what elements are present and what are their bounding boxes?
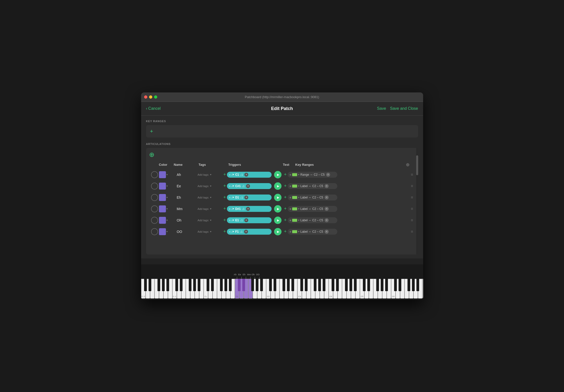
black-piano-key[interactable] [291,279,294,291]
color-swatch[interactable] [159,194,166,201]
add-keyrange-button[interactable]: + [284,172,287,177]
keyrange-remove-button[interactable]: × [325,230,329,234]
save-close-button[interactable]: Save and Close [390,106,418,111]
color-swatch[interactable] [159,217,166,224]
black-piano-key[interactable] [407,279,410,291]
black-piano-key[interactable] [260,279,263,291]
tags-dropdown[interactable]: ▾ [210,230,211,233]
row-checkbox[interactable] [151,171,158,178]
black-piano-key[interactable] [198,279,200,291]
black-piano-key[interactable] [376,279,379,291]
black-piano-key[interactable] [256,279,258,291]
black-piano-key[interactable] [399,279,401,291]
trigger-menu-icon[interactable]: ≡ [229,207,230,210]
black-piano-key[interactable] [224,279,227,291]
add-keyrange-button[interactable]: + [284,218,287,223]
black-piano-key[interactable] [157,279,160,291]
keyrange-remove-button[interactable]: × [325,218,329,222]
black-piano-key[interactable] [345,279,348,291]
color-dropdown-arrow[interactable]: ▾ [166,196,168,199]
black-piano-key[interactable] [282,279,285,291]
test-play-button[interactable]: ▶ [274,182,282,190]
scrollbar-track[interactable] [416,148,418,254]
row-checkbox[interactable] [151,205,158,212]
trigger-menu-icon[interactable]: ≡ [229,185,230,188]
black-piano-key[interactable] [412,279,415,291]
black-piano-key[interactable] [385,279,388,291]
trigger-remove-button[interactable]: × [244,218,248,222]
black-piano-key[interactable] [314,279,316,291]
drag-handle[interactable]: ≡ [411,172,413,177]
color-swatch[interactable] [159,171,166,178]
keyrange-menu-icon[interactable]: ≡ [290,219,291,222]
color-swatch[interactable] [159,205,166,212]
tags-dropdown[interactable]: ▾ [210,173,211,176]
black-piano-key[interactable] [242,279,245,291]
row-checkbox[interactable] [151,183,158,190]
color-swatch[interactable] [159,228,166,235]
black-piano-key[interactable] [180,279,183,291]
save-button[interactable]: Save [377,106,386,111]
color-dropdown-arrow[interactable]: ▾ [166,185,168,187]
piano-keys[interactable]: C₋2C₋1C₀C1C2C3C4C5C6C7C8 [141,279,423,300]
add-trigger-button[interactable]: + [223,218,226,223]
trigger-remove-button[interactable]: × [244,230,248,234]
black-piano-key[interactable] [211,279,214,291]
black-piano-key[interactable] [394,279,397,291]
cancel-button[interactable]: ‹ Cancel [146,106,214,111]
drag-handle[interactable]: ≡ [411,207,413,211]
keyrange-menu-icon[interactable]: ≡ [290,173,291,176]
trigger-menu-icon[interactable]: ≡ [229,230,230,233]
keyrange-dropdown-arrow[interactable]: ▾ [298,173,299,176]
tags-dropdown[interactable]: ▾ [210,207,211,210]
drag-handle[interactable]: ≡ [411,229,413,234]
keyrange-dropdown-arrow[interactable]: ▾ [298,185,299,187]
black-piano-key[interactable] [416,279,419,291]
trigger-menu-icon[interactable]: ≡ [229,173,230,176]
add-keyrange-button[interactable]: + [284,183,287,189]
keyrange-remove-button[interactable]: × [325,196,329,199]
black-piano-key[interactable] [251,279,254,291]
trigger-remove-button[interactable]: × [246,207,250,211]
keyrange-menu-icon[interactable]: ≡ [290,196,291,199]
drag-handle[interactable]: ≡ [411,184,413,188]
tags-dropdown[interactable]: ▾ [210,196,211,199]
color-swatch[interactable] [159,183,166,190]
black-piano-key[interactable] [269,279,272,291]
add-trigger-button[interactable]: + [223,206,226,211]
tags-dropdown[interactable]: ▾ [210,185,211,187]
black-piano-key[interactable] [274,279,276,291]
trigger-menu-icon[interactable]: ≡ [229,219,230,222]
test-play-button[interactable]: ▶ [274,228,282,235]
keyrange-remove-button[interactable]: × [326,173,330,177]
black-piano-key[interactable] [363,279,366,291]
close-button[interactable] [144,95,147,99]
keyrange-menu-icon[interactable]: ≡ [290,230,291,233]
black-piano-key[interactable] [367,279,370,291]
black-piano-key[interactable] [166,279,169,291]
trigger-menu-icon[interactable]: ≡ [229,196,230,199]
black-piano-key[interactable] [305,279,308,291]
add-trigger-button[interactable]: + [223,195,226,200]
black-piano-key[interactable] [300,279,303,291]
trigger-remove-button[interactable]: × [246,184,250,188]
black-piano-key[interactable] [144,279,147,291]
row-checkbox[interactable] [151,194,158,201]
trigger-remove-button[interactable]: × [244,196,248,199]
scrollbar-thumb[interactable] [416,155,418,175]
black-piano-key[interactable] [381,279,383,291]
add-articulation-button[interactable]: ⊕ [149,151,155,158]
add-keyrange-button[interactable]: + [284,206,287,211]
piano-key[interactable]: C7 [422,279,423,299]
keyrange-dropdown-arrow[interactable]: ▾ [298,219,299,222]
drag-handle[interactable]: ≡ [411,218,413,223]
add-key-range-button[interactable]: + [150,128,153,135]
keyrange-menu-icon[interactable]: ≡ [290,207,291,210]
black-piano-key[interactable] [238,279,241,291]
color-dropdown-arrow[interactable]: ▾ [166,219,168,222]
black-piano-key[interactable] [354,279,357,291]
trigger-remove-button[interactable]: × [244,173,248,177]
black-piano-key[interactable] [332,279,334,291]
black-piano-key[interactable] [149,279,151,291]
black-piano-key[interactable] [318,279,321,291]
